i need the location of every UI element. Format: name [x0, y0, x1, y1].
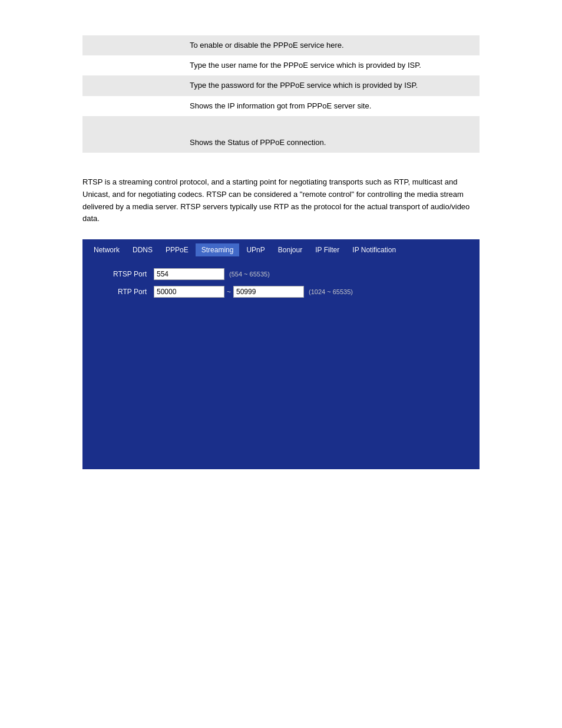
rtp-port-row: RTP Port ~ (1024 ~ 65535): [95, 286, 467, 298]
main-panel: Network DDNS PPPoE Streaming UPnP Bonjou…: [82, 239, 480, 469]
row-4-text: Shows the IP information got from PPPoE …: [183, 96, 480, 116]
rtsp-port-label: RTSP Port: [95, 270, 154, 278]
rtp-port-label: RTP Port: [95, 288, 154, 296]
table-row-4: Shows the IP information got from PPPoE …: [82, 96, 480, 116]
tab-bar: Network DDNS PPPoE Streaming UPnP Bonjou…: [83, 240, 479, 256]
rtp-port-hint: (1024 ~ 65535): [309, 288, 353, 295]
tab-ipfilter[interactable]: IP Filter: [309, 243, 345, 256]
tab-network[interactable]: Network: [88, 243, 125, 256]
table-row-3: Type the password for the PPPoE service …: [82, 75, 480, 95]
tab-bonjour[interactable]: Bonjour: [272, 243, 308, 256]
table-row-6: Shows the Status of PPPoE connection.: [82, 133, 480, 153]
tab-upnp[interactable]: UPnP: [240, 243, 270, 256]
rtp-port-end-input[interactable]: [233, 286, 304, 298]
row-2-text: Type the user name for the PPPoE service…: [183, 55, 480, 75]
table-row-1: To enable or disable the PPPoE service h…: [82, 35, 480, 55]
rtsp-port-row: RTSP Port (554 ~ 65535): [95, 268, 467, 280]
table-row-2: Type the user name for the PPPoE service…: [82, 55, 480, 75]
rtp-port-tilde: ~: [227, 288, 231, 296]
tab-ipnotification[interactable]: IP Notification: [346, 243, 402, 256]
tab-streaming[interactable]: Streaming: [196, 243, 240, 256]
tab-pppoe[interactable]: PPPoE: [160, 243, 194, 256]
content-area: RTSP Port (554 ~ 65535) RTP Port ~ (1024…: [83, 256, 479, 469]
row-3-text: Type the password for the PPPoE service …: [183, 75, 480, 95]
rtsp-port-input[interactable]: [154, 268, 224, 280]
info-table: To enable or disable the PPPoE service h…: [82, 35, 480, 153]
table-row-5: [82, 116, 480, 133]
rtsp-port-hint: (554 ~ 65535): [229, 271, 270, 278]
description-text: RTSP is a streaming control protocol, an…: [82, 176, 480, 225]
tab-ddns[interactable]: DDNS: [127, 243, 158, 256]
page-container: To enable or disable the PPPoE service h…: [0, 0, 562, 505]
row-1-text: To enable or disable the PPPoE service h…: [183, 35, 480, 55]
rtp-port-start-input[interactable]: [154, 286, 224, 298]
row-6-text: Shows the Status of PPPoE connection.: [183, 133, 480, 153]
